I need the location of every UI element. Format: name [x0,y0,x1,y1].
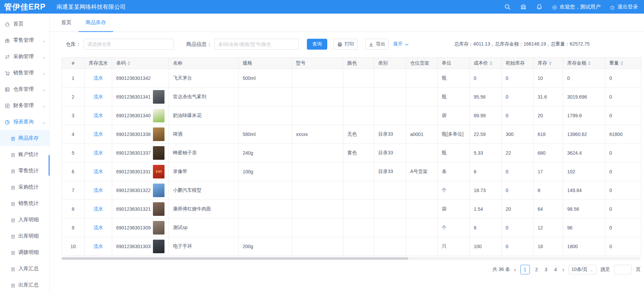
cell-weight: 0 [605,219,641,237]
jump-page-input[interactable] [614,265,632,274]
sidebar-item-finance[interactable]: 财务管理 [0,97,49,114]
sort-icon[interactable] [127,61,130,65]
warehouse-input[interactable] [84,39,174,50]
table-row: 6流水6901236301331扫码录像带100g目录33A号货架条601710… [62,162,641,181]
sidebar-item-report[interactable]: 报表查询 [0,114,49,130]
product-thumbnail[interactable] [153,240,164,253]
cell-name: 录像带 [169,162,239,181]
sidebar-item-warehouse[interactable]: 仓库管理 [0,81,49,97]
flow-link[interactable]: 流水 [93,94,103,99]
flow-link[interactable]: 流水 [93,225,103,230]
sidebar-item-purchase-stats[interactable]: 采购统计 [0,179,49,195]
sidebar-item-label: 销售统计 [18,200,39,207]
product-thumbnail[interactable] [153,109,164,122]
doc-icon [11,201,16,206]
chevron-down-icon [42,87,46,91]
sidebar-item-inbound-summary[interactable]: 入库汇总 [0,260,49,277]
doc-icon [11,152,16,157]
sidebar-item-purchase[interactable]: 采购管理 [0,48,49,65]
flow-link[interactable]: 流水 [93,113,103,118]
page-number-3[interactable]: 3 [543,267,549,272]
cell-model [292,88,343,106]
sidebar-item-label: 财务管理 [13,102,34,109]
logout-button[interactable]: 退出登录 [610,4,638,10]
sidebar-item-retail[interactable]: 零售管理 [0,32,49,48]
next-page-button[interactable]: › [562,266,564,273]
cell-unit: 袋 [438,200,470,219]
sort-icon[interactable] [588,61,591,65]
column-header-spec: 规格 [239,58,292,69]
page-size-select[interactable]: 10条/页 [569,265,596,274]
flow-link[interactable]: 流水 [93,187,103,193]
bell-icon[interactable] [536,3,543,10]
cell-category: 目录33 [374,162,406,181]
logout-text: 退出登录 [617,4,638,10]
page-number-4[interactable]: 4 [553,267,558,272]
column-header-weight[interactable]: 重量 [605,58,641,69]
cell-barcode: 6901236301337 [112,144,169,162]
tab-goods-stock[interactable]: 商品库存 [79,14,113,32]
flow-link[interactable]: 流水 [93,75,103,81]
sidebar-item-inbound-detail[interactable]: 入库明细 [0,211,49,228]
product-thumbnail[interactable] [153,184,164,197]
product-thumbnail[interactable] [153,202,164,216]
cell-model [292,219,343,237]
column-header-amount[interactable]: 库存金额 [563,58,605,69]
sidebar-item-transfer-detail[interactable]: 调拨明细 [0,244,49,260]
product-thumbnail[interactable] [153,221,164,235]
expand-link[interactable]: 展开 [393,41,410,47]
sidebar-item-account-stats[interactable]: 账户统计 [0,146,49,162]
sort-icon[interactable] [490,61,492,65]
product-thumbnail[interactable]: 扫码 [153,165,164,178]
search-button[interactable]: 查询 [307,39,327,50]
cell-unit: 个 [438,219,470,237]
product-info-label: 商品信息： [186,41,212,48]
product-thumbnail[interactable] [153,90,164,104]
flow-link[interactable]: 流水 [93,150,103,155]
sales-icon [4,70,10,76]
column-header-barcode[interactable]: 条码 [112,58,169,69]
flow-link[interactable]: 流水 [93,131,103,137]
flow-link[interactable]: 流水 [93,206,103,211]
sidebar-item-sales[interactable]: 销售管理 [0,65,49,81]
summary-totals: 总库存：4011.13，总库存金额：166148.19，总重量：62572.75 [454,41,590,47]
sidebar-item-outbound-detail[interactable]: 出库明细 [0,228,49,244]
cell-cost: 100 [470,237,502,256]
sort-icon[interactable] [621,61,623,65]
cell-category [374,88,406,106]
cell-index: 1 [62,69,85,88]
print-button[interactable]: 打印 [333,39,358,50]
sidebar-item-sales-stats[interactable]: 销售统计 [0,195,49,211]
doc-icon [11,266,16,271]
chevron-down-icon [42,38,46,42]
cell-init: 0 [502,237,534,256]
page-number-1[interactable]: 1 [520,265,530,274]
sidebar-item-outbound-summary[interactable]: 出库汇总 [0,277,49,293]
export-button[interactable]: 导出 [365,39,388,50]
sidebar-item-goods-stock[interactable]: 商品库存 [0,130,49,146]
sort-icon[interactable] [549,61,552,65]
page-number-2[interactable]: 2 [534,267,539,272]
horizontal-scrollbar[interactable] [62,257,641,260]
chevron-down-icon [404,41,410,47]
search-icon[interactable] [504,3,511,10]
cell-name: 电子手环 [169,237,239,256]
horizontal-scrollbar-thumb[interactable] [62,257,408,260]
cell-name: 蜂蜜柚子茶 [169,144,239,162]
flow-link[interactable]: 流水 [93,169,103,174]
flow-link[interactable]: 流水 [93,243,103,249]
product-thumbnail[interactable] [153,146,164,160]
tab-home[interactable]: 首页 [54,14,79,32]
cell-name: 雷达杀虫气雾剂 [169,88,239,106]
sidebar-item-retail-stats[interactable]: 零售统计 [0,162,49,179]
product-info-input[interactable] [214,39,299,50]
bank-icon[interactable] [520,3,527,10]
prev-page-button[interactable]: ‹ [514,266,516,273]
sidebar-item-home[interactable]: 首页 [0,16,49,32]
user-menu[interactable]: 欢迎您，测试用户 [552,4,601,10]
column-header-cost[interactable]: 成本价 [470,58,502,69]
product-thumbnail[interactable] [153,127,164,141]
column-header-stock[interactable]: 库存 [534,58,563,69]
cell-stock: 680 [534,144,563,162]
cell-amount: 98.56 [563,200,605,219]
